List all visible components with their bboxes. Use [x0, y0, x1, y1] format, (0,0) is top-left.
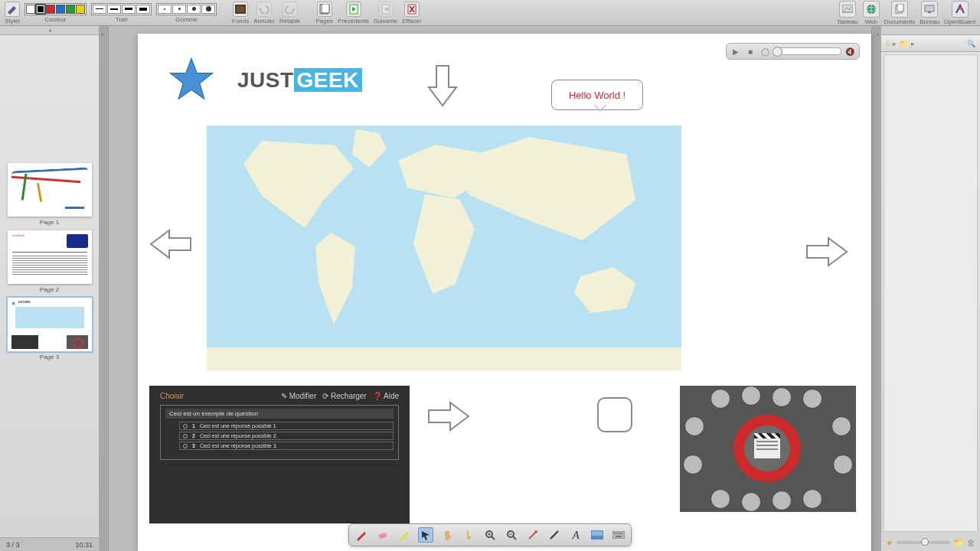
documents-label: Documents [884, 18, 915, 25]
eraser-label: Gomme [175, 16, 197, 23]
folder-icon[interactable]: 📁 [900, 40, 908, 47]
eraser-2[interactable] [172, 5, 186, 14]
virtual-keyboard-tool[interactable] [611, 527, 626, 543]
svg-rect-23 [614, 533, 616, 534]
quiz-question: Ceci est un exemple de question [165, 409, 394, 419]
arrow-right-shape[interactable] [805, 236, 848, 267]
star-shape[interactable] [168, 57, 214, 103]
quiz-answer-3[interactable]: 3Ceci est une réponse possible 3. [179, 442, 394, 450]
documents-mode-button[interactable] [891, 1, 908, 18]
color-yellow[interactable] [76, 5, 85, 14]
pointer-tool[interactable] [461, 527, 476, 543]
eraser-1[interactable] [158, 5, 172, 14]
clock: 10:31 [75, 541, 93, 549]
redo-group: Rétablir [279, 2, 301, 24]
favorite-icon[interactable]: ★ [886, 538, 893, 548]
web-label: Web [865, 18, 877, 25]
stroke-1[interactable] [93, 5, 106, 14]
backgrounds-button[interactable] [233, 2, 248, 17]
library-content[interactable] [884, 54, 978, 532]
workspace: ◂ Page 1 JustGeek Page 2 ★JUSTGEEK Page … [0, 26, 980, 551]
color-blue[interactable] [56, 5, 65, 14]
quiz-edit-button[interactable]: ✎ Modifier [281, 392, 316, 400]
canvas-area: ▸ ◂ ▶ ■ ◯ 🔇 JUSTGEEK Hello World ! [100, 26, 880, 551]
home-icon[interactable]: ⌂ [886, 40, 890, 47]
stylus-label: Stylet [5, 18, 20, 24]
world-map-image[interactable] [207, 126, 681, 370]
svg-point-14 [959, 7, 962, 10]
volume-icon[interactable]: 🔇 [844, 45, 856, 57]
color-white[interactable] [26, 5, 35, 14]
speech-bubble[interactable]: Hello World ! [551, 80, 643, 110]
eraser-tool[interactable] [375, 527, 390, 543]
quiz-widget[interactable]: Choisir ✎ Modifier ⟳ Recharger ❓ Aide Ce… [149, 386, 410, 523]
desktop-group: Bureau [920, 1, 939, 25]
library-collapse-handle[interactable] [881, 26, 980, 35]
eraser-4[interactable] [201, 5, 215, 14]
svg-rect-12 [925, 5, 934, 11]
chevron-right-icon: ▸ [893, 40, 897, 47]
library-footer: ★ 📁 🗑 [881, 534, 980, 551]
prev-page-button[interactable] [346, 2, 361, 17]
redo-button[interactable] [283, 2, 298, 17]
thumbnail-page-1[interactable]: Page 1 [8, 163, 91, 226]
text-tool[interactable]: A [568, 527, 583, 543]
quiz-answer-2[interactable]: 2Ceci est une réponse possible 2. [179, 432, 394, 440]
stylus-tool[interactable] [5, 2, 20, 17]
capture-tool[interactable] [590, 527, 605, 543]
rounded-rect-shape[interactable] [597, 397, 632, 432]
stroke-2[interactable] [107, 5, 121, 14]
search-icon[interactable]: 🔍 [967, 40, 975, 47]
svg-rect-13 [928, 11, 931, 13]
desktop-mode-button[interactable] [921, 1, 938, 18]
hand-tool[interactable] [439, 527, 455, 543]
next-page-button[interactable] [378, 2, 394, 17]
stroke-3[interactable] [122, 5, 136, 14]
thumbnails-collapse-handle[interactable]: ◂ [0, 26, 99, 35]
quiz-help-button[interactable]: ❓ Aide [373, 392, 399, 400]
board-mode-button[interactable] [839, 1, 856, 18]
thumbnail-label: Page 2 [40, 286, 59, 293]
next-group: Suivante [374, 2, 397, 24]
laser-tool[interactable] [525, 527, 541, 543]
thumbnail-page-3[interactable]: ★JUSTGEEK Page 3 [8, 298, 91, 360]
zoom-in-tool[interactable] [482, 527, 498, 543]
arrow-left-shape[interactable] [149, 229, 192, 259]
pen-red-tool[interactable] [354, 527, 369, 543]
arrow-down-shape[interactable] [427, 64, 458, 107]
selection-tool[interactable] [418, 527, 433, 543]
stop-icon[interactable]: ■ [744, 45, 756, 57]
web-mode-button[interactable] [863, 1, 880, 18]
page-canvas[interactable]: ▶ ■ ◯ 🔇 JUSTGEEK Hello World ! [138, 34, 871, 551]
new-folder-icon[interactable]: 📁 [953, 538, 964, 548]
new-page-button[interactable] [317, 2, 332, 17]
openboard-menu-button[interactable] [952, 1, 969, 18]
media-seek-slider[interactable] [773, 47, 841, 55]
color-black[interactable] [36, 5, 45, 14]
zoom-out-tool[interactable] [504, 527, 519, 543]
quiz-answer-1[interactable]: 1Ceci est une réponse possible 1. [179, 422, 394, 430]
color-green[interactable] [66, 5, 75, 14]
color-red[interactable] [46, 5, 55, 14]
thumbnail-page-2[interactable]: JustGeek Page 2 [8, 230, 91, 293]
zoom-slider[interactable] [897, 541, 950, 544]
arrow-right-shape-2[interactable] [427, 401, 470, 432]
video-thumbnail[interactable] [680, 386, 856, 512]
highlighter-tool[interactable] [397, 527, 412, 543]
play-icon[interactable]: ▶ [730, 45, 742, 57]
stroke-4[interactable] [136, 5, 150, 14]
quiz-reload-button[interactable]: ⟳ Recharger [322, 392, 366, 400]
svg-rect-26 [621, 533, 622, 534]
line-tool[interactable] [547, 527, 562, 543]
eraser-3[interactable] [187, 5, 201, 14]
openboard-group: OpenBoard [944, 1, 975, 25]
redo-label: Rétablir [279, 18, 301, 24]
radio-icon [183, 444, 188, 448]
brand-text[interactable]: JUSTGEEK [237, 68, 362, 93]
left-gutter[interactable]: ▸ [100, 26, 109, 551]
erase-page-button[interactable] [404, 2, 420, 17]
undo-button[interactable] [256, 2, 272, 17]
trash-icon[interactable]: 🗑 [967, 538, 975, 547]
right-gutter[interactable]: ◂ [871, 26, 880, 551]
loop-icon[interactable]: ◯ [759, 45, 771, 57]
